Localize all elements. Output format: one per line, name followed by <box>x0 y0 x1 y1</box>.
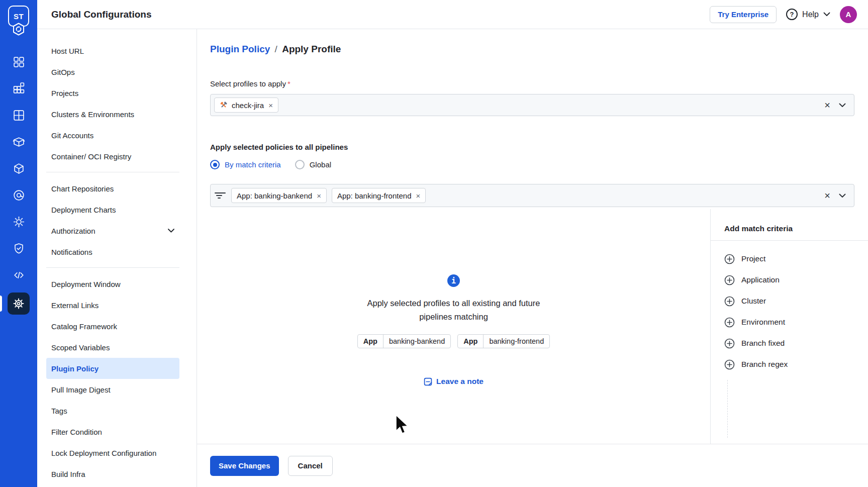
remove-chip-icon[interactable]: × <box>317 191 321 200</box>
sidebar-divider <box>46 172 179 172</box>
sidebar-item-notifications[interactable]: Notifications <box>46 241 179 262</box>
sidebar-item-plugin-policy[interactable]: Plugin Policy <box>46 358 179 379</box>
leave-a-note-link[interactable]: Leave a note <box>424 377 484 386</box>
add-match-criteria-panel: Add match criteria Project Application C… <box>710 209 868 444</box>
sidebar-item-chart-repositories[interactable]: Chart Repositories <box>46 178 179 199</box>
chevron-down-icon[interactable] <box>839 103 846 108</box>
criteria-guide-line <box>727 380 728 438</box>
sidebar-item-deployment-charts[interactable]: Deployment Charts <box>46 199 179 220</box>
sidebar-item-scoped-variables[interactable]: Scoped Variables <box>46 337 179 358</box>
profiles-select-label: Select profiles to apply* <box>210 79 291 88</box>
sidebar-item-clusters-environments[interactable]: Clusters & Environments <box>46 104 179 125</box>
breadcrumb: Plugin Policy / Apply Profile <box>210 44 341 55</box>
breadcrumb-plugin-policy-link[interactable]: Plugin Policy <box>210 44 270 54</box>
add-criteria-application[interactable]: Application <box>724 269 868 290</box>
breadcrumb-separator: / <box>273 44 279 54</box>
chevron-down-icon <box>823 12 830 17</box>
match-chip-banking-bankend[interactable]: App: banking-bankend × <box>231 188 327 203</box>
breadcrumb-current: Apply Profile <box>282 44 341 54</box>
select-controls: × <box>824 190 846 201</box>
profiles-select[interactable]: check-jira × × <box>210 94 854 116</box>
match-chip-banking-frontend[interactable]: App: banking-frontend × <box>332 188 426 203</box>
application-groups-icon[interactable] <box>0 102 37 129</box>
add-criteria-environment[interactable]: Environment <box>724 312 868 333</box>
criteria-divider <box>711 240 868 241</box>
scope-radio-group: By match criteria Global <box>210 160 331 169</box>
clear-select-icon[interactable]: × <box>824 100 830 110</box>
sidebar-divider <box>46 267 179 268</box>
circle-plus-icon <box>724 338 735 349</box>
summary-text: Apply selected profiles to all existing … <box>367 297 540 324</box>
remove-chip-icon[interactable]: × <box>268 101 273 110</box>
footer-actions: Save Changes Cancel <box>197 444 868 487</box>
app-window: ST <box>0 0 868 487</box>
releases-cube-icon[interactable] <box>0 155 37 182</box>
config-sidebar: Host URL GitOps Projects Clusters & Envi… <box>37 29 197 487</box>
circle-plus-icon <box>724 254 735 264</box>
lower-panels: i Apply selected profiles to all existin… <box>197 209 868 444</box>
criteria-list: Project Application Cluster Environment <box>711 248 868 375</box>
apps-grid-icon[interactable] <box>0 49 37 75</box>
sidebar-item-container-oci-registry[interactable]: Container/ OCI Registry <box>46 146 179 167</box>
filter-icon <box>214 191 226 200</box>
remove-chip-icon[interactable]: × <box>416 191 421 200</box>
help-label: Help <box>802 10 819 19</box>
tools-icon <box>220 101 228 109</box>
sidebar-item-tags[interactable]: Tags <box>46 400 179 421</box>
sidebar-item-host-url[interactable]: Host URL <box>46 40 179 61</box>
radio-global[interactable]: Global <box>295 160 331 169</box>
radio-by-match-criteria[interactable]: By match criteria <box>210 160 281 169</box>
chevron-down-icon[interactable] <box>839 193 846 198</box>
code-icon[interactable] <box>0 262 37 288</box>
circle-plus-icon <box>724 359 735 370</box>
sidebar-item-gitops[interactable]: GitOps <box>46 61 179 82</box>
clear-select-icon[interactable]: × <box>824 190 830 201</box>
radio-icon <box>210 160 220 169</box>
header-actions: Try Enterprise ? Help A <box>710 6 857 23</box>
circle-plus-icon <box>724 317 735 328</box>
devtron-hexagon-icon <box>12 22 26 38</box>
global-config-gear-icon[interactable] <box>0 288 37 319</box>
add-criteria-project[interactable]: Project <box>724 248 868 269</box>
chart-store-icon[interactable] <box>0 129 37 155</box>
circle-plus-icon <box>724 275 735 285</box>
resource-browser-icon[interactable] <box>0 182 37 209</box>
security-shield-icon[interactable] <box>0 235 37 262</box>
jobs-icon[interactable] <box>0 75 37 102</box>
summary-chip-banking-bankend: App banking-bankend <box>357 334 451 348</box>
avatar[interactable]: A <box>840 6 857 23</box>
main-content: Plugin Policy / Apply Profile Select pro… <box>197 29 868 487</box>
profile-chip-check-jira[interactable]: check-jira × <box>214 98 278 113</box>
cancel-button[interactable]: Cancel <box>288 456 333 476</box>
chevron-down-icon <box>168 229 174 233</box>
page-title: Global Configurations <box>51 9 152 20</box>
cluster-icon[interactable] <box>0 209 37 235</box>
add-criteria-cluster[interactable]: Cluster <box>724 290 868 312</box>
primary-nav-rail: ST <box>0 0 37 487</box>
criteria-panel-title: Add match criteria <box>724 224 868 233</box>
apply-summary: i Apply selected profiles to all existin… <box>197 274 710 386</box>
summary-chip-banking-frontend: App banking-frontend <box>457 334 550 348</box>
active-nav-tile <box>8 293 30 315</box>
sidebar-item-projects[interactable]: Projects <box>46 82 179 104</box>
match-criteria-select[interactable]: App: banking-bankend × App: banking-fron… <box>210 184 854 207</box>
radio-icon <box>295 160 305 169</box>
add-criteria-branch-fixed[interactable]: Branch fixed <box>724 333 868 354</box>
sidebar-item-deployment-window[interactable]: Deployment Window <box>46 273 179 295</box>
required-asterisk: * <box>287 79 291 88</box>
sidebar-item-external-links[interactable]: External Links <box>46 295 179 316</box>
sidebar-item-build-infra[interactable]: Build Infra <box>46 463 179 484</box>
help-menu[interactable]: ? Help <box>786 9 830 20</box>
add-criteria-branch-regex[interactable]: Branch regex <box>724 354 868 375</box>
save-changes-button[interactable]: Save Changes <box>210 456 279 476</box>
sidebar-item-lock-deployment-configuration[interactable]: Lock Deployment Configuration <box>46 442 179 463</box>
info-icon: i <box>447 274 460 287</box>
sidebar-item-git-accounts[interactable]: Git Accounts <box>46 125 179 146</box>
sidebar-item-filter-condition[interactable]: Filter Condition <box>46 421 179 442</box>
help-icon: ? <box>786 9 798 20</box>
try-enterprise-button[interactable]: Try Enterprise <box>710 6 777 23</box>
sidebar-item-pull-image-digest[interactable]: Pull Image Digest <box>46 379 179 400</box>
select-controls: × <box>824 100 846 110</box>
sidebar-item-catalog-framework[interactable]: Catalog Framework <box>46 316 179 337</box>
sidebar-item-authorization[interactable]: Authorization <box>46 220 179 241</box>
